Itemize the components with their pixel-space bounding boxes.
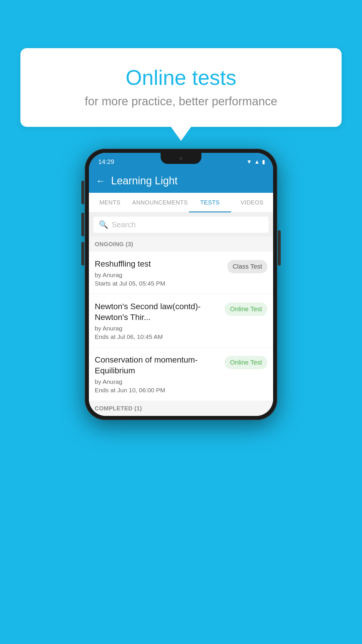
speech-bubble: Online tests for more practice, better p… [20, 48, 342, 127]
test-time: Ends at Jun 10, 06:00 PM [95, 387, 221, 394]
test-time: Starts at Jul 05, 05:45 PM [95, 280, 223, 287]
status-icons: ▼ ▲ ▮ [246, 158, 265, 165]
tab-tests[interactable]: TESTS [189, 193, 231, 212]
test-author: by Anurag [95, 378, 221, 385]
back-button[interactable]: ← [96, 176, 105, 186]
search-icon: 🔍 [99, 220, 108, 229]
search-placeholder: Search [112, 220, 136, 229]
test-author: by Anurag [95, 272, 223, 279]
test-badge-online: Online Test [225, 302, 267, 316]
phone-outer: 14:29 ▼ ▲ ▮ ← Learning Light MENTS ANNOU… [85, 149, 277, 420]
test-badge-class: Class Test [227, 260, 267, 273]
tests-list: Reshuffling test by Anurag Starts at Jul… [89, 252, 273, 401]
test-info: Conservation of momentum-Equilibrium by … [95, 355, 221, 394]
app-header: ← Learning Light [89, 169, 273, 193]
test-badge-online: Online Test [225, 356, 267, 369]
phone-inner: 14:29 ▼ ▲ ▮ ← Learning Light MENTS ANNOU… [89, 153, 273, 416]
test-time: Ends at Jul 06, 10:45 AM [95, 333, 221, 340]
test-item[interactable]: Reshuffling test by Anurag Starts at Jul… [89, 252, 273, 294]
test-info: Reshuffling test by Anurag Starts at Jul… [95, 259, 223, 287]
test-name: Reshuffling test [95, 259, 223, 269]
completed-section-header: COMPLETED (1) [89, 401, 273, 416]
test-author: by Anurag [95, 325, 221, 332]
tabs-container: MENTS ANNOUNCEMENTS TESTS VIDEOS [89, 193, 273, 213]
ongoing-section-header: ONGOING (3) [89, 237, 273, 252]
front-camera [178, 156, 184, 161]
app-title: Learning Light [111, 175, 178, 187]
tab-ments[interactable]: MENTS [89, 193, 131, 212]
test-name: Conservation of momentum-Equilibrium [95, 355, 221, 376]
test-name: Newton's Second law(contd)-Newton's Thir… [95, 301, 221, 323]
tab-videos[interactable]: VIDEOS [231, 193, 273, 212]
speech-bubble-container: Online tests for more practice, better p… [20, 48, 342, 127]
wifi-icon: ▼ [246, 159, 252, 165]
test-item[interactable]: Conservation of momentum-Equilibrium by … [89, 348, 273, 401]
bubble-title: Online tests [35, 66, 327, 90]
test-item[interactable]: Newton's Second law(contd)-Newton's Thir… [89, 294, 273, 348]
search-box[interactable]: 🔍 Search [94, 217, 268, 233]
status-time: 14:29 [97, 158, 114, 166]
signal-icon: ▲ [254, 159, 260, 165]
bubble-subtitle: for more practice, better performance [35, 95, 327, 108]
battery-icon: ▮ [262, 158, 265, 165]
phone-mockup: 14:29 ▼ ▲ ▮ ← Learning Light MENTS ANNOU… [85, 149, 277, 420]
phone-notch [161, 153, 201, 164]
tab-announcements[interactable]: ANNOUNCEMENTS [131, 193, 189, 212]
test-info: Newton's Second law(contd)-Newton's Thir… [95, 301, 221, 340]
search-container: 🔍 Search [89, 213, 273, 237]
